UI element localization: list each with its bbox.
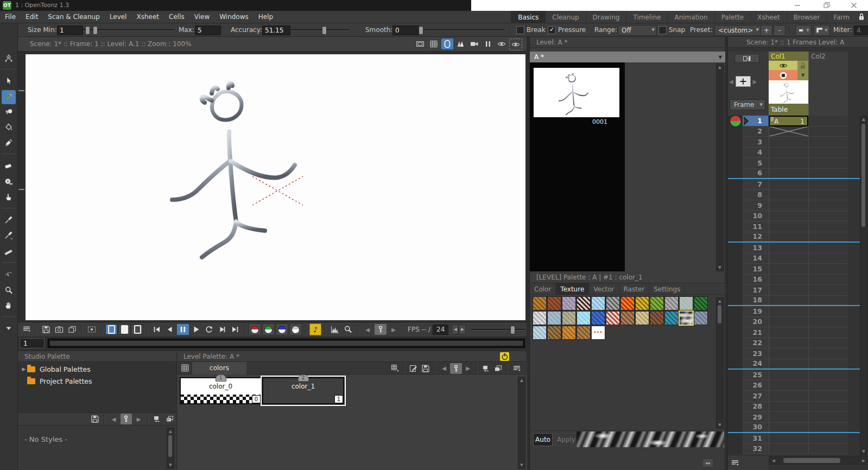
col1-cell[interactable] — [769, 253, 808, 264]
frame-number-cell[interactable]: 14 — [743, 253, 769, 264]
col1-cell[interactable] — [769, 285, 808, 296]
style-display-button[interactable] — [389, 363, 401, 374]
col2-cell[interactable] — [808, 253, 848, 264]
xsheet-row[interactable]: 20 — [728, 317, 863, 328]
onion-skin-marker[interactable] — [730, 115, 742, 127]
smooth-slider[interactable] — [419, 29, 504, 31]
scroll-left-arrow[interactable]: ◀ — [770, 458, 777, 464]
col1-config-dropdown[interactable]: ▼ — [797, 70, 808, 80]
frame-range-slider[interactable] — [48, 339, 525, 348]
menu-item[interactable]: File — [0, 11, 21, 23]
col2-cell[interactable] — [808, 306, 848, 317]
texture-swatch[interactable] — [694, 296, 708, 310]
frame-number-cell[interactable]: 23 — [743, 348, 769, 359]
col2-cell[interactable] — [808, 285, 848, 296]
xsheet-row[interactable]: 27 — [728, 391, 863, 402]
xsheet-row[interactable]: 25 — [728, 370, 863, 380]
texture-swatch[interactable] — [562, 311, 576, 325]
drawing-canvas[interactable] — [26, 54, 525, 320]
onion-cell[interactable] — [728, 412, 743, 423]
hand-tool[interactable] — [2, 298, 16, 313]
xsheet-row[interactable]: 15 — [728, 264, 863, 275]
texture-swatch[interactable] — [533, 326, 547, 340]
frame-number-cell[interactable]: 16 — [743, 275, 769, 285]
accuracy-slider[interactable] — [290, 29, 349, 31]
frame-number-cell[interactable]: 18 — [743, 296, 769, 306]
previous-frame-button[interactable] — [164, 324, 176, 335]
col2-cell[interactable] — [808, 338, 848, 349]
close-button[interactable] — [842, 0, 866, 11]
texture-swatch[interactable] — [620, 296, 635, 310]
size-max-handle[interactable] — [93, 26, 98, 35]
onion-cell[interactable] — [728, 296, 743, 306]
viewer-menu-button[interactable] — [21, 324, 33, 335]
edit-style-button[interactable] — [408, 363, 420, 374]
palette-tab[interactable]: Color — [530, 283, 556, 295]
paint-brush-tool[interactable] — [2, 136, 16, 150]
texture-swatch[interactable] — [650, 311, 664, 325]
filmstrip-column[interactable]: 0001 — [530, 62, 625, 271]
workspace-tab[interactable]: Palette — [714, 11, 751, 23]
texture-swatch[interactable] — [635, 311, 649, 325]
col2-cell[interactable] — [808, 211, 848, 222]
onion-cell[interactable] — [728, 306, 743, 317]
minimize-button[interactable] — [785, 0, 809, 11]
palette-tab[interactable]: Vector — [589, 283, 619, 295]
col1-cell[interactable] — [769, 306, 808, 317]
xsheet-row[interactable]: 30 — [728, 423, 863, 434]
animate-tool[interactable] — [2, 51, 16, 65]
add-preset-button[interactable]: + — [761, 25, 772, 36]
onion-cell[interactable] — [728, 253, 743, 264]
col1-cell[interactable] — [769, 348, 808, 359]
key-button[interactable] — [450, 363, 462, 374]
styles-scrollbar[interactable]: ▲ ▼ — [167, 428, 174, 469]
onion-cell[interactable] — [728, 423, 743, 433]
frame-thumbnail[interactable] — [534, 68, 619, 117]
texture-swatch[interactable]: ... — [591, 326, 605, 340]
onion-cell[interactable] — [728, 444, 743, 455]
col1-cell[interactable] — [769, 190, 808, 201]
scroll-down-arrow[interactable]: ▼ — [167, 462, 174, 468]
scroll-up-arrow[interactable]: ▲ — [167, 428, 174, 435]
texture-swatch[interactable] — [547, 296, 561, 310]
onion-cell[interactable] — [728, 232, 743, 242]
onion-cell[interactable] — [728, 380, 743, 391]
3d-view-button[interactable] — [455, 39, 467, 49]
set-key-button[interactable] — [375, 324, 387, 335]
texture-swatch[interactable] — [679, 311, 693, 325]
view-mode-blank-button[interactable] — [131, 324, 143, 335]
texture-swatch[interactable] — [694, 311, 708, 325]
xsheet-row[interactable]: 19 — [728, 306, 863, 317]
onion-cell[interactable] — [728, 370, 743, 380]
fps-slider[interactable] — [471, 329, 525, 331]
new-level-button[interactable] — [736, 76, 751, 87]
col2-cell[interactable] — [808, 243, 848, 253]
eraser-tool[interactable] — [2, 154, 16, 174]
frame-number-cell[interactable]: 2 — [743, 126, 769, 137]
preview-button[interactable] — [496, 39, 508, 49]
xsheet-vscrollbar[interactable]: ▲ ▼ — [860, 116, 867, 455]
resize-handle-button[interactable]: ↔ — [703, 459, 713, 467]
onion-cell[interactable] — [728, 391, 743, 402]
frame-number-cell[interactable]: 7 — [743, 179, 769, 190]
frame-number-cell[interactable]: 9 — [743, 200, 769, 211]
palette-scrollbar[interactable]: ▲ ▼ — [716, 297, 724, 429]
col2-cell[interactable] — [808, 158, 848, 169]
col2-cell[interactable] — [808, 433, 848, 444]
xsheet-row[interactable]: 8 — [728, 190, 863, 201]
col1-cell[interactable] — [769, 148, 808, 158]
frame-number-cell[interactable]: 19 — [743, 306, 769, 317]
workspace-tab[interactable]: Farm — [826, 11, 856, 23]
col1-cell[interactable] — [769, 275, 808, 285]
miter-input[interactable]: 4 — [854, 26, 868, 35]
col2-cell[interactable] — [808, 200, 848, 211]
save-palette-button[interactable] — [89, 414, 100, 424]
frame-number-cell[interactable]: 11 — [743, 221, 769, 232]
accuracy-handle[interactable] — [322, 26, 327, 35]
palette-tab[interactable]: Settings — [649, 283, 685, 295]
style-swatch-color_1[interactable]: 2 color_1 1 — [262, 377, 344, 404]
pressure-checkbox[interactable]: ✓ — [548, 26, 556, 34]
frame-number-cell[interactable]: 15 — [743, 264, 769, 275]
xsheet-row[interactable]: 11 — [728, 221, 863, 232]
previous-key-button[interactable]: ◀ — [438, 363, 450, 374]
